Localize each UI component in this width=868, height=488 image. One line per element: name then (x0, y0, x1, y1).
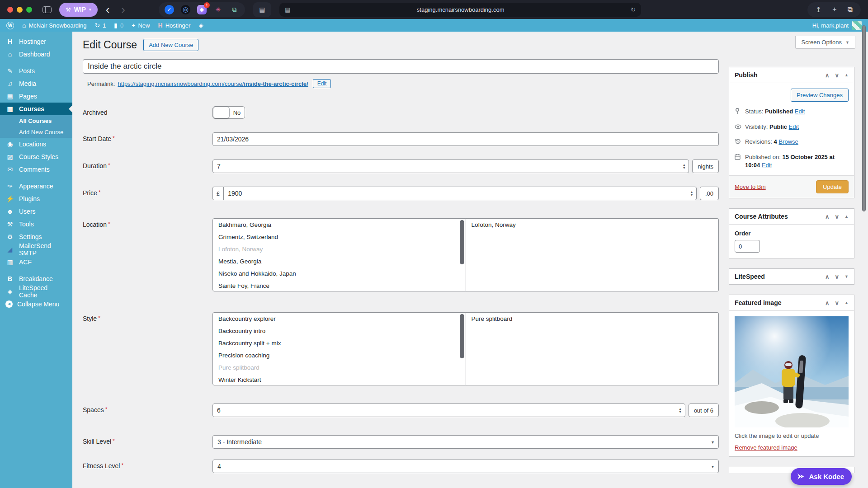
order-down-icon[interactable]: ∨ (835, 72, 840, 79)
sidebar-item[interactable]: ⌂ Dashboard (0, 48, 72, 61)
comments-menu[interactable]: ▮ 0 (114, 22, 123, 29)
sidebar-item[interactable]: Add New Course (0, 127, 72, 138)
featured-image[interactable] (735, 316, 849, 427)
location-option[interactable]: Bakhmaro, Georgia (213, 219, 466, 231)
order-up-icon[interactable]: ∧ (825, 72, 830, 79)
reader-button[interactable]: ▤ (253, 2, 271, 17)
ask-kodee-button[interactable]: Ask Kodee (791, 468, 852, 485)
zoom-window-button[interactable] (26, 7, 32, 13)
remove-featured-image-link[interactable]: Remove featured image (735, 444, 797, 451)
style-option[interactable]: Backcountry intro (213, 325, 466, 337)
breakdance-menu[interactable]: ◈ (198, 22, 203, 29)
edit-published-date-link[interactable]: Edit (762, 162, 772, 169)
duration-input[interactable] (212, 160, 689, 173)
diamond-extension-icon[interactable]: ◆1 (197, 5, 207, 14)
style-selected-item[interactable]: Pure splitboard (466, 313, 719, 325)
move-to-bin-link[interactable]: Move to Bin (735, 183, 766, 190)
style-option[interactable]: Precision coaching (213, 349, 466, 361)
edit-permalink-button[interactable]: Edit (313, 79, 331, 88)
page-format-icon[interactable]: ▤ (285, 6, 290, 13)
frame-extension-icon[interactable]: ⧉ (230, 5, 239, 14)
updates-menu[interactable]: ↻ 1 (94, 22, 106, 29)
spaces-input[interactable] (212, 404, 685, 417)
collapse-toggle-icon[interactable]: ▲ (844, 73, 849, 77)
list-scrollbar[interactable] (460, 314, 464, 358)
sidebar-item[interactable]: ⚡ Plugins (0, 192, 72, 205)
sidebar-item[interactable]: ✎ Posts (0, 65, 72, 77)
location-selected-item[interactable]: Lofoton, Norway (466, 219, 719, 231)
sidebar-item[interactable]: H Hostinger (0, 35, 72, 48)
sidebar-item[interactable]: ⚒ Tools (0, 218, 72, 230)
user-greeting[interactable]: Hi, mark.plant (812, 22, 849, 29)
order-up-icon[interactable]: ∧ (825, 213, 830, 220)
sidebar-item[interactable]: ▥ ACF (0, 256, 72, 268)
forward-button[interactable]: › (118, 4, 129, 15)
add-new-course-button[interactable]: Add New Course (143, 39, 198, 51)
order-up-icon[interactable]: ∧ (825, 300, 830, 306)
sidebar-item[interactable]: ▦ Courses (0, 103, 72, 115)
stepper-icon[interactable]: ▴▾ (683, 163, 685, 169)
order-down-icon[interactable]: ∨ (835, 273, 840, 280)
reload-icon[interactable]: ↻ (631, 6, 636, 13)
fitness-level-select[interactable]: 4 ▾ (212, 460, 719, 473)
collapse-toggle-icon[interactable]: ▼ (844, 274, 849, 279)
minimize-window-button[interactable] (17, 7, 23, 13)
new-content-menu[interactable]: + New (132, 22, 150, 29)
post-title-input[interactable] (83, 59, 719, 74)
collapse-toggle-icon[interactable]: ▲ (844, 300, 849, 305)
permalink-link[interactable]: https://staging.mcnairsnowboarding.com/c… (118, 80, 308, 87)
sidebar-item[interactable]: ⚙ Settings (0, 230, 72, 243)
check-extension-icon[interactable]: ✓ (165, 5, 174, 14)
location-option[interactable]: Mestia, Georgia (213, 255, 466, 267)
scrollbar-thumb[interactable] (862, 25, 866, 211)
preview-changes-button[interactable]: Preview Changes (791, 89, 849, 102)
share-icon[interactable]: ↥ (816, 5, 821, 14)
order-down-icon[interactable]: ∨ (835, 300, 840, 306)
compass-extension-icon[interactable]: ◎ (181, 5, 190, 14)
publish-panel-header[interactable]: Publish ∧ ∨ ▲ (729, 67, 854, 83)
featured-image-header[interactable]: Featured image ∧ ∨ ▲ (729, 295, 854, 311)
stepper-icon[interactable]: ▴▾ (691, 190, 693, 197)
style-option[interactable]: Winter Kickstart (213, 374, 466, 385)
sidebar-item[interactable]: ♫ Media (0, 77, 72, 90)
sidebar-item[interactable]: ✑ Appearance (0, 180, 72, 192)
litespeed-header[interactable]: LiteSpeed ∧ ∨ ▼ (729, 269, 854, 284)
archived-toggle[interactable]: No (212, 106, 245, 119)
order-up-icon[interactable]: ∧ (825, 273, 830, 280)
sidebar-item[interactable]: ◀ Collapse Menu (0, 298, 72, 310)
price-input[interactable] (223, 187, 697, 200)
site-menu[interactable]: ⌂ McNair Snowboarding (22, 22, 86, 29)
stepper-icon[interactable]: ▴▾ (679, 407, 681, 413)
sidebar-item[interactable]: All Courses (0, 115, 72, 127)
tab-overview-icon[interactable]: ⧉ (848, 5, 853, 14)
update-button[interactable]: Update (816, 180, 849, 193)
new-tab-icon[interactable]: + (832, 5, 836, 14)
browse-revisions-link[interactable]: Browse (778, 138, 798, 145)
close-window-button[interactable] (7, 7, 13, 13)
course-attributes-header[interactable]: Course Attributes ∧ ∨ ▲ (729, 209, 854, 225)
sidebar-item[interactable]: B Breakdance (0, 272, 72, 285)
sidebar-item[interactable]: ▤ Pages (0, 90, 72, 103)
back-button[interactable]: ‹ (102, 4, 113, 15)
location-option[interactable]: Grimentz, Switzerland (213, 231, 466, 243)
wp-logo-menu[interactable]: W (6, 22, 14, 29)
order-input[interactable] (735, 240, 760, 253)
sidebar-toggle-button[interactable] (39, 3, 55, 16)
location-option[interactable]: Lofoton, Norway (213, 243, 466, 255)
sidebar-item[interactable]: ▨ Course Styles (0, 150, 72, 163)
style-option[interactable]: Pure splitboard (213, 361, 466, 374)
sidebar-item[interactable]: ◢ MailerSend SMTP (0, 243, 72, 256)
tab-group-button[interactable]: ⚒ WIP ▾ (59, 3, 98, 17)
location-option[interactable]: Niseko and Hokkaido, Japan (213, 267, 466, 280)
location-option[interactable]: Sainte Foy, France (213, 280, 466, 291)
sidebar-item[interactable]: ◈ LiteSpeed Cache (0, 285, 72, 298)
collapse-toggle-icon[interactable]: ▲ (844, 214, 849, 219)
sidebar-item[interactable]: ☻ Users (0, 205, 72, 218)
order-down-icon[interactable]: ∨ (835, 213, 840, 220)
avatar[interactable] (852, 21, 862, 30)
list-scrollbar[interactable] (460, 220, 464, 264)
start-date-input[interactable] (212, 132, 719, 146)
edit-status-link[interactable]: Edit (795, 108, 805, 115)
style-option[interactable]: Backcountry explorer (213, 313, 466, 325)
sidebar-item[interactable]: ◉ Locations (0, 138, 72, 150)
